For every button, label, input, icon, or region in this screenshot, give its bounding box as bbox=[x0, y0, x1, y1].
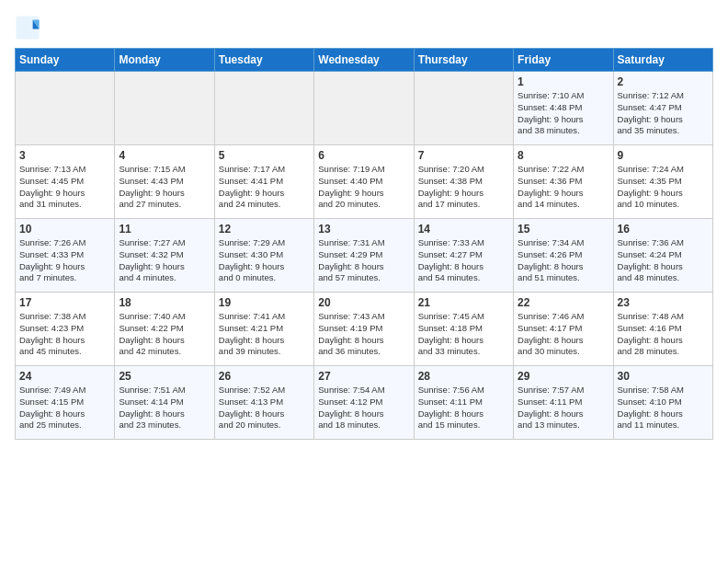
calendar-cell: 9Sunrise: 7:24 AM Sunset: 4:35 PM Daylig… bbox=[613, 145, 712, 219]
calendar-cell bbox=[214, 72, 313, 145]
day-number: 19 bbox=[219, 296, 310, 309]
day-info: Sunrise: 7:48 AM Sunset: 4:16 PM Dayligh… bbox=[618, 311, 709, 358]
day-number: 9 bbox=[618, 149, 709, 162]
calendar-cell: 30Sunrise: 7:58 AM Sunset: 4:10 PM Dayli… bbox=[613, 366, 712, 440]
calendar-week-row: 17Sunrise: 7:38 AM Sunset: 4:23 PM Dayli… bbox=[16, 293, 713, 366]
calendar-cell: 13Sunrise: 7:31 AM Sunset: 4:29 PM Dayli… bbox=[314, 219, 414, 293]
calendar-cell: 26Sunrise: 7:52 AM Sunset: 4:13 PM Dayli… bbox=[214, 366, 313, 440]
weekday-header-cell: Wednesday bbox=[314, 49, 414, 72]
logo-icon bbox=[15, 15, 40, 40]
calendar-body: 1Sunrise: 7:10 AM Sunset: 4:48 PM Daylig… bbox=[16, 72, 713, 440]
calendar-cell: 18Sunrise: 7:40 AM Sunset: 4:22 PM Dayli… bbox=[115, 293, 214, 366]
weekday-header-cell: Saturday bbox=[613, 49, 712, 72]
day-number: 26 bbox=[219, 370, 310, 383]
day-number: 6 bbox=[318, 149, 409, 162]
calendar-cell: 28Sunrise: 7:56 AM Sunset: 4:11 PM Dayli… bbox=[414, 366, 513, 440]
day-number: 10 bbox=[19, 223, 110, 236]
header bbox=[15, 15, 713, 40]
day-info: Sunrise: 7:54 AM Sunset: 4:12 PM Dayligh… bbox=[318, 385, 409, 431]
day-number: 30 bbox=[618, 370, 709, 383]
day-info: Sunrise: 7:41 AM Sunset: 4:21 PM Dayligh… bbox=[219, 311, 310, 358]
calendar-cell: 11Sunrise: 7:27 AM Sunset: 4:32 PM Dayli… bbox=[115, 219, 214, 293]
day-number: 11 bbox=[119, 223, 210, 236]
day-number: 25 bbox=[119, 370, 210, 383]
calendar-cell: 12Sunrise: 7:29 AM Sunset: 4:30 PM Dayli… bbox=[214, 219, 313, 293]
calendar-cell: 24Sunrise: 7:49 AM Sunset: 4:15 PM Dayli… bbox=[16, 366, 115, 440]
weekday-header-cell: Sunday bbox=[16, 49, 115, 72]
day-info: Sunrise: 7:51 AM Sunset: 4:14 PM Dayligh… bbox=[119, 385, 210, 431]
calendar-cell: 3Sunrise: 7:13 AM Sunset: 4:45 PM Daylig… bbox=[16, 145, 115, 219]
day-info: Sunrise: 7:26 AM Sunset: 4:33 PM Dayligh… bbox=[19, 237, 110, 284]
calendar-table: SundayMondayTuesdayWednesdayThursdayFrid… bbox=[15, 48, 713, 440]
day-number: 24 bbox=[19, 370, 110, 383]
day-info: Sunrise: 7:31 AM Sunset: 4:29 PM Dayligh… bbox=[318, 237, 409, 284]
day-number: 8 bbox=[518, 149, 609, 162]
day-number: 23 bbox=[618, 296, 709, 309]
day-number: 16 bbox=[618, 223, 709, 236]
day-info: Sunrise: 7:56 AM Sunset: 4:11 PM Dayligh… bbox=[418, 385, 509, 431]
day-info: Sunrise: 7:34 AM Sunset: 4:26 PM Dayligh… bbox=[518, 237, 609, 284]
calendar-cell: 5Sunrise: 7:17 AM Sunset: 4:41 PM Daylig… bbox=[214, 145, 313, 219]
day-number: 29 bbox=[518, 370, 609, 383]
calendar-week-row: 1Sunrise: 7:10 AM Sunset: 4:48 PM Daylig… bbox=[16, 72, 713, 145]
day-info: Sunrise: 7:27 AM Sunset: 4:32 PM Dayligh… bbox=[119, 237, 210, 284]
day-number: 28 bbox=[418, 370, 509, 383]
calendar-cell bbox=[414, 72, 513, 145]
day-number: 21 bbox=[418, 296, 509, 309]
calendar-cell: 17Sunrise: 7:38 AM Sunset: 4:23 PM Dayli… bbox=[16, 293, 115, 366]
day-info: Sunrise: 7:13 AM Sunset: 4:45 PM Dayligh… bbox=[19, 164, 110, 211]
day-number: 22 bbox=[518, 296, 609, 309]
calendar-cell: 7Sunrise: 7:20 AM Sunset: 4:38 PM Daylig… bbox=[414, 145, 513, 219]
weekday-header-cell: Monday bbox=[115, 49, 214, 72]
weekday-header-cell: Tuesday bbox=[214, 49, 313, 72]
day-info: Sunrise: 7:45 AM Sunset: 4:18 PM Dayligh… bbox=[418, 311, 509, 358]
weekday-header-cell: Friday bbox=[514, 49, 613, 72]
calendar-week-row: 10Sunrise: 7:26 AM Sunset: 4:33 PM Dayli… bbox=[16, 219, 713, 293]
weekday-header-cell: Thursday bbox=[414, 49, 513, 72]
day-info: Sunrise: 7:43 AM Sunset: 4:19 PM Dayligh… bbox=[318, 311, 409, 358]
day-number: 13 bbox=[318, 223, 409, 236]
calendar-cell: 20Sunrise: 7:43 AM Sunset: 4:19 PM Dayli… bbox=[314, 293, 414, 366]
calendar-week-row: 24Sunrise: 7:49 AM Sunset: 4:15 PM Dayli… bbox=[16, 366, 713, 440]
calendar-cell: 19Sunrise: 7:41 AM Sunset: 4:21 PM Dayli… bbox=[214, 293, 313, 366]
day-info: Sunrise: 7:29 AM Sunset: 4:30 PM Dayligh… bbox=[219, 237, 310, 284]
logo bbox=[15, 15, 44, 40]
day-number: 27 bbox=[318, 370, 409, 383]
day-info: Sunrise: 7:24 AM Sunset: 4:35 PM Dayligh… bbox=[618, 164, 709, 211]
day-info: Sunrise: 7:36 AM Sunset: 4:24 PM Dayligh… bbox=[618, 237, 709, 284]
day-number: 20 bbox=[318, 296, 409, 309]
day-number: 15 bbox=[518, 223, 609, 236]
calendar-cell: 21Sunrise: 7:45 AM Sunset: 4:18 PM Dayli… bbox=[414, 293, 513, 366]
day-number: 7 bbox=[418, 149, 509, 162]
calendar-cell: 25Sunrise: 7:51 AM Sunset: 4:14 PM Dayli… bbox=[115, 366, 214, 440]
day-number: 18 bbox=[119, 296, 210, 309]
weekday-header-row: SundayMondayTuesdayWednesdayThursdayFrid… bbox=[16, 49, 713, 72]
day-info: Sunrise: 7:17 AM Sunset: 4:41 PM Dayligh… bbox=[219, 164, 310, 211]
calendar-cell: 8Sunrise: 7:22 AM Sunset: 4:36 PM Daylig… bbox=[514, 145, 613, 219]
day-number: 17 bbox=[19, 296, 110, 309]
calendar-cell: 2Sunrise: 7:12 AM Sunset: 4:47 PM Daylig… bbox=[613, 72, 712, 145]
calendar-cell: 14Sunrise: 7:33 AM Sunset: 4:27 PM Dayli… bbox=[414, 219, 513, 293]
day-info: Sunrise: 7:33 AM Sunset: 4:27 PM Dayligh… bbox=[418, 237, 509, 284]
day-info: Sunrise: 7:58 AM Sunset: 4:10 PM Dayligh… bbox=[618, 385, 709, 431]
day-number: 12 bbox=[219, 223, 310, 236]
day-number: 14 bbox=[418, 223, 509, 236]
day-info: Sunrise: 7:46 AM Sunset: 4:17 PM Dayligh… bbox=[518, 311, 609, 358]
calendar-cell: 22Sunrise: 7:46 AM Sunset: 4:17 PM Dayli… bbox=[514, 293, 613, 366]
calendar-cell: 15Sunrise: 7:34 AM Sunset: 4:26 PM Dayli… bbox=[514, 219, 613, 293]
day-number: 3 bbox=[19, 149, 110, 162]
day-info: Sunrise: 7:19 AM Sunset: 4:40 PM Dayligh… bbox=[318, 164, 409, 211]
calendar-cell: 1Sunrise: 7:10 AM Sunset: 4:48 PM Daylig… bbox=[514, 72, 613, 145]
calendar-cell: 23Sunrise: 7:48 AM Sunset: 4:16 PM Dayli… bbox=[613, 293, 712, 366]
day-info: Sunrise: 7:20 AM Sunset: 4:38 PM Dayligh… bbox=[418, 164, 509, 211]
day-info: Sunrise: 7:38 AM Sunset: 4:23 PM Dayligh… bbox=[19, 311, 110, 358]
day-info: Sunrise: 7:57 AM Sunset: 4:11 PM Dayligh… bbox=[518, 385, 609, 431]
calendar-cell: 10Sunrise: 7:26 AM Sunset: 4:33 PM Dayli… bbox=[16, 219, 115, 293]
day-number: 2 bbox=[618, 75, 709, 88]
day-info: Sunrise: 7:10 AM Sunset: 4:48 PM Dayligh… bbox=[518, 90, 609, 137]
calendar-cell: 27Sunrise: 7:54 AM Sunset: 4:12 PM Dayli… bbox=[314, 366, 414, 440]
day-info: Sunrise: 7:12 AM Sunset: 4:47 PM Dayligh… bbox=[618, 90, 709, 137]
calendar-cell bbox=[16, 72, 115, 145]
day-info: Sunrise: 7:49 AM Sunset: 4:15 PM Dayligh… bbox=[19, 385, 110, 431]
calendar-cell: 29Sunrise: 7:57 AM Sunset: 4:11 PM Dayli… bbox=[514, 366, 613, 440]
